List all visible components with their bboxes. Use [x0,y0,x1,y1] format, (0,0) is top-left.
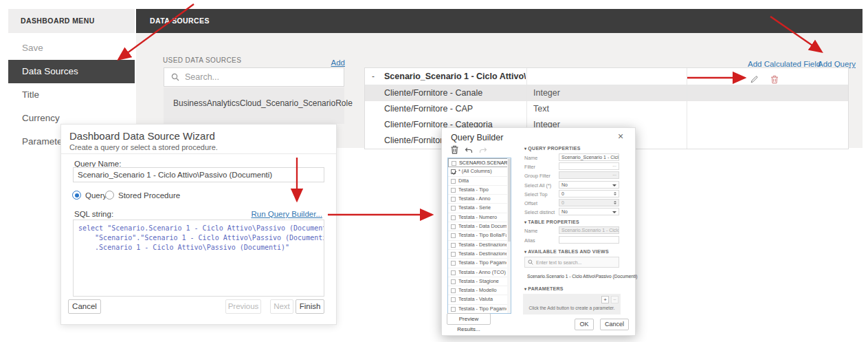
column-checkbox[interactable] [451,307,456,312]
table-properties-heading[interactable]: TABLE PROPERTIES [524,220,579,224]
property-value: 0 [561,191,564,196]
search-icon [528,259,533,265]
add-parameter-button[interactable]: + [601,296,609,303]
column-list-item[interactable]: Testata - Modello [448,286,511,295]
cancel-button[interactable]: Cancel [68,299,101,314]
column-list-item[interactable]: Testata - Numero [448,213,511,222]
column-checkbox[interactable] [451,270,456,275]
property-value-control[interactable]: 0 [559,190,619,197]
cancel-button[interactable]: Cancel [600,319,629,330]
column-list-item[interactable]: SCENARIO.SCENARIO 1 - ... [448,158,511,167]
column-checkbox[interactable] [451,252,456,257]
column-list-item[interactable]: Testata - Destinazione Merc... [448,250,511,259]
table-columns-list[interactable]: SCENARIO.SCENARIO 1 - ... * (All Columns… [447,158,511,314]
edit-query-pencil-icon[interactable] [750,72,759,81]
parameters-heading[interactable]: PARAMETERS [524,286,564,291]
column-list-item[interactable]: Testata - Serie [448,204,511,213]
previous-button[interactable]: Previous [225,299,261,314]
column-checkbox[interactable] [451,179,456,184]
column-list-item[interactable]: Testata - Tipo [448,186,511,195]
property-value: No [561,182,568,187]
stored-procedure-radio[interactable] [105,191,114,200]
property-value-control[interactable]: No [559,208,619,215]
sidebar-item[interactable]: Title [8,83,135,107]
tables-search-input[interactable] [536,260,619,265]
available-table-item[interactable]: Scenario.Scenario 1 - Ciclo Attivo\Passi… [524,272,619,281]
undo-icon[interactable] [465,145,473,157]
query-radio-label[interactable]: Query [85,191,107,200]
property-value-control[interactable] [559,171,619,179]
column-checkbox[interactable] [451,197,456,202]
column-list-item[interactable]: Testata - Tipo Pagamento 2 ... [448,305,511,314]
column-list-item[interactable]: Testata - Tipo Pagamento [448,259,511,268]
wizard-title: Dashboard Data Source Wizard [69,130,215,142]
used-data-sources-label: USED DATA SOURCES [163,56,241,64]
column-list-item[interactable]: Testata - Anno (TCO) [448,268,511,277]
next-button[interactable]: Next [270,299,293,314]
field-row[interactable]: Cliente/Fornitore - CAP Text [365,101,848,117]
redo-icon[interactable] [479,145,487,157]
property-value-control[interactable]: 0 [559,199,619,206]
run-query-builder-link[interactable]: Run Query Builder... [251,210,322,218]
column-checkbox[interactable] [451,243,456,248]
column-checkbox[interactable] [451,288,456,293]
property-value-control[interactable]: No [559,181,619,189]
query-header-row[interactable]: - Scenario_Scenario 1 - Ciclo Attivo\Pas… [365,68,848,85]
column-label: Testata - Data Documento [458,223,507,229]
property-value-control[interactable]: Scenario.Scenario 1 - Ciclo Attivo\Pas..… [559,226,619,234]
column-checkbox[interactable] [451,224,456,229]
data-source-list-item[interactable]: BusinessAnalyticsCloud_Scenario_Scenario… [164,87,344,124]
remove-parameter-button[interactable]: − [611,296,619,303]
ok-button[interactable]: OK [575,319,594,330]
tables-search-box[interactable] [524,257,619,268]
column-list-item[interactable]: * (All Columns) [448,167,511,176]
column-checkbox[interactable] [451,169,456,174]
column-divider [687,68,687,149]
query-properties-heading[interactable]: QUERY PROPERTIES [524,146,581,151]
search-input[interactable] [185,72,344,82]
column-list-item[interactable]: Testata - Valuta [448,295,511,304]
delete-table-trash-icon[interactable] [451,145,458,157]
dashboard-data-source-wizard-dialog: Dashboard Data Source Wizard Create a qu… [60,124,337,325]
column-checkbox[interactable] [451,261,456,266]
sidebar-item[interactable]: Save [8,36,135,60]
delete-query-trash-icon[interactable] [770,72,780,81]
query-name-input[interactable] [73,167,324,182]
column-list-item[interactable]: Testata - Anno [448,195,511,204]
property-label: Alias [524,237,535,244]
preview-results-button[interactable]: Preview Results... [447,313,491,325]
column-checkbox[interactable] [451,206,456,211]
sql-string-textarea[interactable]: select "Scenario.Scenario 1 - Ciclo Atti… [73,220,324,297]
finish-button[interactable]: Finish [296,299,324,314]
column-list-item[interactable]: Testata - Tipo Bolla/Fattura [448,231,511,240]
divider [61,153,336,154]
data-source-search-box[interactable] [164,67,344,87]
property-row: Select All (*) No [524,181,619,190]
list-scrollbar[interactable] [507,158,511,313]
dashboard-menu-header: DASHBOARD MENU [8,9,135,33]
column-list-item[interactable]: Ditta [448,177,511,186]
field-row[interactable]: Cliente/Fornitore - Canale Integer [365,85,848,101]
sidebar-item[interactable]: Data Sources [8,60,135,83]
column-checkbox[interactable] [451,297,456,302]
property-value-control[interactable] [559,162,619,170]
add-data-source-link[interactable]: Add [331,58,345,67]
collapse-marker[interactable]: - [372,68,375,85]
column-checkbox[interactable] [451,215,456,220]
column-checkbox[interactable] [451,233,456,238]
column-checkbox[interactable] [451,188,456,193]
available-tables-heading[interactable]: AVAILABLE TABLES AND VIEWS [524,249,609,254]
column-label: Testata - Tipo [458,186,507,193]
property-value-control[interactable]: Scenario_Scenario 1 - Ciclo Attivo\Pas..… [559,153,619,161]
column-checkbox[interactable] [451,279,456,284]
column-list-item[interactable]: Testata - Stagione [448,277,511,286]
field-name: Cliente/Fornitore - CAP [384,101,525,117]
close-icon[interactable]: × [618,131,623,142]
column-checkbox[interactable] [452,161,456,166]
stored-procedure-radio-label[interactable]: Stored Procedure [118,191,180,200]
query-radio[interactable] [72,191,81,200]
column-list-item[interactable]: Testata - Destinazione Merce [448,241,511,250]
query-name-header: Scenario_Scenario 1 - Ciclo Attivo\Passi… [384,68,526,85]
column-list-item[interactable]: Testata - Data Documento [448,222,511,231]
property-value-control[interactable] [559,236,619,244]
